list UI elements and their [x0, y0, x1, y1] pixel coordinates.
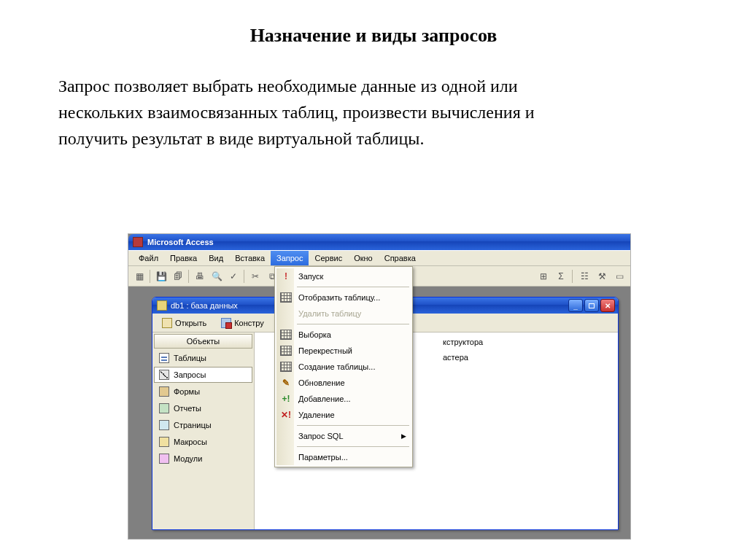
menu-query[interactable]: Запрос: [271, 251, 309, 265]
design-icon: [221, 318, 231, 328]
object-pages[interactable]: Страницы: [154, 417, 252, 433]
object-forms[interactable]: Формы: [154, 384, 252, 400]
db-window-icon: [157, 300, 167, 311]
dd-removetable: Удалить таблицу: [276, 306, 411, 322]
dd-select-query[interactable]: Выборка: [276, 327, 411, 343]
preview-icon[interactable]: 🔍: [209, 268, 225, 284]
object-modules[interactable]: Модули: [154, 451, 252, 467]
showtable-icon: [280, 292, 292, 303]
dropdown-separator: [297, 425, 409, 426]
dd-crosstab-query[interactable]: Перекрестный: [276, 343, 411, 359]
dd-append-query[interactable]: +! Добавление...: [276, 391, 411, 407]
pages-icon: [159, 420, 169, 430]
submenu-arrow-icon: ▶: [401, 432, 406, 440]
totals-icon[interactable]: Σ: [553, 268, 569, 284]
object-reports[interactable]: Отчеты: [154, 400, 252, 416]
dd-sql-query[interactable]: Запрос SQL ▶: [276, 428, 411, 444]
dropdown-separator: [297, 446, 409, 447]
toolbar-separator: [148, 268, 152, 284]
maketable-query-icon: [280, 361, 292, 373]
print-icon[interactable]: 🖶: [192, 268, 208, 284]
reports-icon: [159, 403, 169, 413]
open-button[interactable]: Открыть: [157, 315, 212, 331]
menu-tools[interactable]: Сервис: [309, 251, 348, 265]
menu-edit[interactable]: Правка: [164, 251, 203, 265]
menu-window[interactable]: Окно: [348, 251, 379, 265]
toolbar-separator: [187, 268, 191, 284]
delete-query-icon: ✕!: [280, 409, 292, 421]
list-item[interactable]: кструктора: [440, 335, 615, 349]
forms-icon: [159, 386, 169, 397]
modules-icon: [159, 454, 169, 464]
query-dropdown-menu: ! Запуск Отобразить таблицу... Удалить т…: [274, 266, 413, 467]
db-window-title: db1 : база данных: [171, 301, 238, 310]
screenshot-container: Microsoft Access Файл Правка Вид Вставка…: [128, 233, 631, 540]
dropdown-separator: [297, 287, 409, 287]
object-macros[interactable]: Макросы: [154, 434, 252, 450]
list-item[interactable]: астера: [440, 351, 615, 364]
properties-icon[interactable]: ☷: [576, 268, 592, 284]
object-queries[interactable]: Запросы: [154, 367, 252, 383]
menu-view[interactable]: Вид: [203, 251, 229, 265]
menu-help[interactable]: Справка: [379, 251, 422, 265]
dd-update-query[interactable]: ✎ Обновление: [276, 375, 411, 391]
dropdown-separator: [297, 324, 409, 324]
cut-icon[interactable]: ✂: [247, 268, 263, 284]
tool-view-icon[interactable]: ▦: [131, 268, 147, 284]
app-title: Microsoft Access: [147, 238, 214, 246]
minimize-button[interactable]: _: [568, 299, 583, 312]
select-query-icon: [280, 329, 292, 341]
append-query-icon: +!: [280, 393, 292, 405]
dd-maketable-query[interactable]: Создание таблицы...: [276, 359, 411, 375]
toolbar-separator: [242, 268, 247, 284]
queries-icon: [159, 370, 169, 380]
update-query-icon: ✎: [280, 377, 292, 389]
dd-delete-query[interactable]: ✕! Удаление: [276, 407, 411, 423]
slide-paragraph: Запрос позволяет выбрать необходимые дан…: [0, 73, 642, 152]
app-titlebar: Microsoft Access: [128, 234, 630, 250]
close-button[interactable]: ✕: [600, 299, 615, 312]
menubar: Файл Правка Вид Вставка Запрос Сервис Ок…: [128, 250, 630, 266]
dd-showtable[interactable]: Отобразить таблицу...: [276, 289, 411, 306]
dd-parameters[interactable]: Параметры...: [276, 449, 411, 465]
objects-panel: Объекты Таблицы Запросы Формы: [152, 332, 255, 529]
build-icon[interactable]: ⚒: [594, 268, 610, 284]
toolbar-separator: [570, 268, 575, 284]
tables-icon: [159, 353, 169, 363]
db-window-icon[interactable]: ▭: [611, 268, 627, 284]
crosstab-query-icon: [280, 345, 292, 357]
menu-insert[interactable]: Вставка: [229, 251, 271, 265]
run-icon: !: [280, 271, 292, 282]
spellcheck-icon[interactable]: ✓: [225, 268, 241, 284]
object-tables[interactable]: Таблицы: [154, 350, 252, 366]
macros-icon: [159, 437, 169, 447]
print-preview-icon[interactable]: 🗐: [170, 268, 186, 284]
save-icon[interactable]: 💾: [153, 268, 169, 284]
dd-run[interactable]: ! Запуск: [276, 268, 411, 284]
design-button[interactable]: Констру: [216, 315, 269, 331]
showtable-icon[interactable]: ⊞: [535, 268, 551, 284]
menu-file[interactable]: Файл: [133, 251, 164, 265]
objects-header: Объекты: [154, 334, 252, 349]
access-app-icon: [133, 237, 143, 247]
open-icon: [162, 318, 172, 328]
slide-title: Назначение и виды запросов: [0, 0, 747, 73]
maximize-button[interactable]: [584, 299, 599, 312]
